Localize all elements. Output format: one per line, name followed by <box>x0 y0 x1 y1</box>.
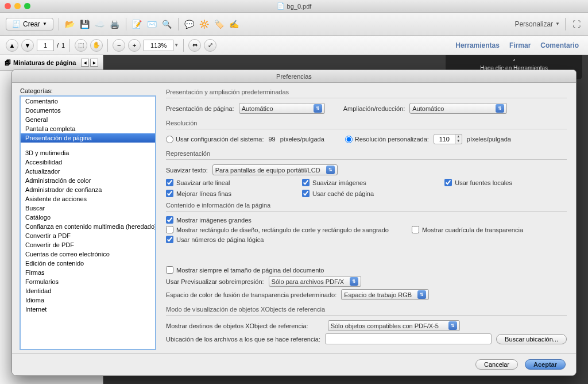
page-cache-checkbox[interactable]: Usar caché de página <box>302 190 428 197</box>
stamp-icon[interactable]: 🏷️ <box>214 18 225 30</box>
fit-width-icon[interactable]: ⇔ <box>188 39 201 52</box>
create-button[interactable]: 🧾 Crear ▼ <box>6 18 53 30</box>
preferences-title: Preferencias <box>12 70 576 83</box>
secondary-toolbar: ▲ ▼ / 1 ⬚ ✋ − + ▼ ⇔ ⤢ Herramientas Firma… <box>0 36 588 55</box>
xobject-dest-select[interactable]: Sólo objetos compatibles con PDF/X-5⇅ <box>328 320 460 331</box>
primary-toolbar: 🧾 Crear ▼ 📂 💾 ☁️ 🖨️ 📝 ✉️ 🔍 💬 🔆 🏷️ ✍️ Per… <box>0 13 588 36</box>
category-item[interactable]: Catálogo <box>21 213 155 222</box>
sign-tab[interactable]: Firmar <box>506 41 534 49</box>
category-item[interactable]: Cuentas de correo electrónico <box>21 249 155 259</box>
category-item[interactable]: Identidad <box>21 286 155 295</box>
category-item[interactable]: General <box>21 115 155 124</box>
thumbnails-title: Miniaturas de página <box>13 59 76 66</box>
thin-lines-checkbox[interactable]: Mejorar líneas finas <box>166 190 286 197</box>
category-item[interactable]: Internet <box>21 305 155 314</box>
transparency-grid-checkbox[interactable]: Mostrar cuadrícula de transparencia <box>412 226 523 233</box>
create-label: Crear <box>23 20 40 28</box>
search-icon[interactable]: 🔍 <box>161 18 173 30</box>
sign-icon[interactable]: ✍️ <box>229 18 240 30</box>
section-rendering: Representación <box>166 150 567 157</box>
logical-page-checkbox[interactable]: Usar números de página lógica <box>166 236 401 243</box>
zoom-input[interactable] <box>144 40 173 51</box>
file-location-label: Ubicación de los archivos a los que se h… <box>166 336 320 343</box>
custom-resolution-radio[interactable]: Resolución personalizada: <box>345 136 429 143</box>
cancel-button[interactable]: Cancelar <box>475 359 518 370</box>
smooth-text-select[interactable]: Para pantallas de equipo portátil/LCD⇅ <box>212 164 338 175</box>
cloud-icon[interactable]: ☁️ <box>94 18 106 30</box>
category-item[interactable]: Actualizador <box>21 167 155 176</box>
category-item[interactable]: Asistente de acciones <box>21 194 155 203</box>
print-icon[interactable]: 🖨️ <box>109 18 121 30</box>
save-icon[interactable]: 💾 <box>79 18 91 30</box>
category-item[interactable]: 3D y mutimedia <box>21 148 155 158</box>
category-item[interactable]: Formularios <box>21 277 155 286</box>
window-titlebar: 📄 bg_0.pdf <box>0 0 588 13</box>
category-item[interactable]: Firmas <box>21 268 155 277</box>
system-resolution-radio[interactable]: Usar configuración del sistema: <box>166 136 264 143</box>
category-item[interactable]: Pantalla completa <box>21 124 155 133</box>
large-images-checkbox[interactable]: Mostrar imágenes grandes <box>166 216 252 224</box>
page-total: 1 <box>61 42 65 49</box>
edit-icon[interactable]: 📝 <box>131 18 143 30</box>
page-down-button[interactable]: ▼ <box>21 39 34 52</box>
category-item[interactable]: Administración de color <box>21 176 155 185</box>
categories-list[interactable]: Comentario Documentos General Pantalla c… <box>20 96 156 350</box>
zoom-in-button[interactable]: + <box>128 39 141 52</box>
page-current-input[interactable] <box>37 40 54 51</box>
category-item[interactable]: Administrador de confianza <box>21 185 155 194</box>
smooth-images-checkbox[interactable]: Suavizar imágenes <box>302 179 428 186</box>
zoom-label: Ampliación/reducción: <box>343 105 405 112</box>
thumb-next-button[interactable]: ▸ <box>90 59 98 67</box>
category-item[interactable]: Buscar <box>21 203 155 213</box>
zoom-out-button[interactable]: − <box>113 39 125 52</box>
ppi-unit: píxeles/pulgada <box>280 136 324 143</box>
page-up-button[interactable]: ▲ <box>6 39 18 52</box>
overprint-select[interactable]: Sólo para archivos PDF/X⇅ <box>269 276 362 287</box>
highlight-icon[interactable]: 🔆 <box>199 18 210 30</box>
minimize-button[interactable] <box>14 3 21 9</box>
smooth-lineart-checkbox[interactable]: Suavizar arte lineal <box>166 179 286 186</box>
fullscreen-icon[interactable]: ⛶ <box>571 18 582 30</box>
colorspace-label: Espacio de color de fusión de transparen… <box>166 291 336 298</box>
show-boxes-checkbox[interactable]: Mostrar rectángulo de diseño, rectángulo… <box>166 226 389 233</box>
category-item[interactable]: Confianza en contenido multimedia (hered… <box>21 222 155 231</box>
accept-button[interactable]: Aceptar <box>525 359 566 370</box>
category-item[interactable]: Idioma <box>21 295 155 305</box>
hand-tool-icon[interactable]: ✋ <box>90 39 103 52</box>
file-location-input[interactable] <box>325 333 492 344</box>
chevron-down-icon[interactable]: ▼ <box>174 43 179 48</box>
browse-button[interactable]: Buscar ubicación... <box>496 334 567 344</box>
category-item[interactable]: Edición de contenido <box>21 259 155 268</box>
local-fonts-checkbox[interactable]: Usar fuentes locales <box>444 179 567 186</box>
category-item[interactable]: Comentario <box>21 97 155 106</box>
smooth-text-label: Suavizar texto: <box>166 167 208 174</box>
category-item[interactable]: Documentos <box>21 106 155 115</box>
close-button[interactable] <box>5 3 11 9</box>
ppi-unit: píxeles/pulgada <box>467 136 511 143</box>
show-doc-size-checkbox[interactable]: Mostrar siempre el tamaño de página del … <box>166 266 324 274</box>
select-tool-icon[interactable]: ⬚ <box>75 39 87 52</box>
comment-icon[interactable]: 💬 <box>184 18 195 30</box>
customize-toolbar[interactable]: Personalizar ▼ <box>514 20 560 28</box>
section-content: Contenido e información de la página <box>166 202 567 209</box>
page-layout-select[interactable]: Automático⇅ <box>239 103 325 114</box>
zoom-select[interactable]: Automático⇅ <box>409 103 507 114</box>
chevron-up-icon: ˄ <box>480 59 548 65</box>
open-icon[interactable]: 📂 <box>64 18 76 30</box>
category-item-selected[interactable]: Presentación de página <box>21 133 155 143</box>
tools-tab[interactable]: Herramientas <box>452 41 503 49</box>
create-pdf-icon: 🧾 <box>12 20 21 28</box>
colorspace-select[interactable]: Espacio de trabajo RGB⇅ <box>341 289 429 300</box>
page-layout-label: Presentación de página: <box>166 105 234 112</box>
zoom-button[interactable] <box>24 3 30 9</box>
category-item[interactable]: Convertir de PDF <box>21 240 155 249</box>
category-item[interactable]: Convertir a PDF <box>21 231 155 240</box>
fit-page-icon[interactable]: ⤢ <box>204 39 216 52</box>
thumb-prev-button[interactable]: ◂ <box>81 59 89 67</box>
comment-tab[interactable]: Comentario <box>537 41 582 49</box>
pdf-icon: 📄 <box>277 2 285 10</box>
mail-icon[interactable]: ✉️ <box>146 18 158 30</box>
category-item[interactable]: Accesibilidad <box>21 158 155 167</box>
custom-ppi-input[interactable] <box>434 134 455 144</box>
ppi-stepper[interactable]: ▲▼ <box>455 134 462 144</box>
